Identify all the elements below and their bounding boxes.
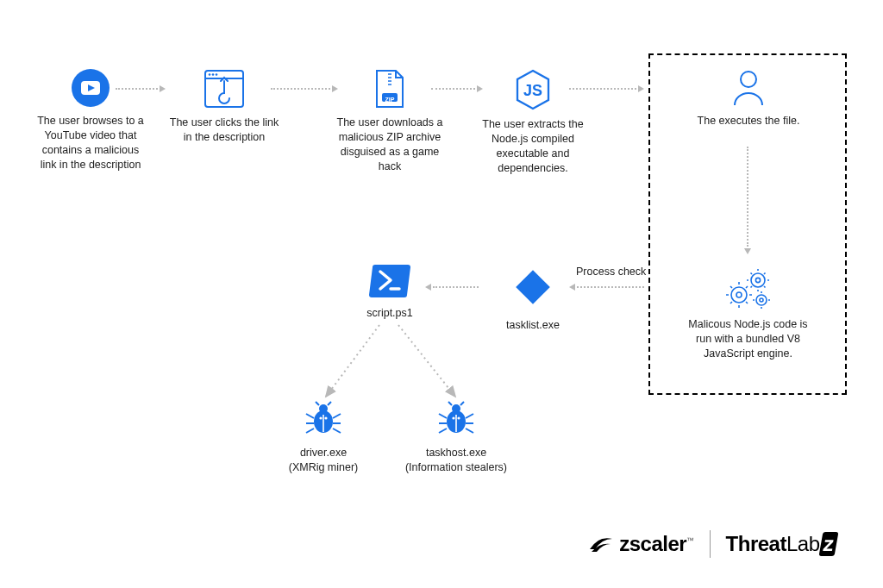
phishing-icon [203,69,246,109]
step-label: Malicous Node.js code is run with a bund… [681,317,815,361]
arrow-zip-to-nodejs [431,84,483,93]
svg-point-26 [452,416,454,419]
powershell-icon [368,263,411,299]
brand-divider [710,530,711,558]
diamond-icon [509,263,557,311]
svg-point-11 [731,287,747,303]
nodejs-icon: JS [514,69,552,110]
arrow-nodejs-to-execute [569,84,644,93]
step-click-link: The user clicks the link in the descript… [168,69,280,145]
threatlabz-logo: ThreatLabz [726,532,836,556]
step-tasklist: tasklist.exe [477,263,589,333]
zip-badge-text: ZIP [385,96,395,103]
arrow-tasklist-to-script [425,283,479,291]
zscaler-logo: zscaler™ [588,532,693,556]
svg-rect-17 [516,270,550,304]
step-label: script.ps1 [366,306,413,321]
step-nodecode-run: Malicous Node.js code is run with a bund… [681,267,815,361]
user-icon [731,69,766,107]
step-label: The user extracts the Node.js compiled e… [477,117,589,176]
step-zip-download: ZIP The user downloads a malicious ZIP a… [334,69,446,174]
step-label: tasklist.exe [506,318,560,333]
svg-point-14 [755,278,760,282]
youtube-icon [72,69,110,107]
process-check-annotation: Process check [576,266,646,278]
bug-icon [436,401,476,439]
svg-point-15 [756,295,767,305]
arrow-nodecode-to-tasklist [569,283,644,291]
taskhost-desc: (Information stealers) [405,460,507,475]
step-execute-file: The executes the file. [692,69,805,128]
arrow-execute-to-nodecode [743,147,752,254]
threat-text: Threat [726,532,786,555]
bug-icon [304,401,343,439]
driver-desc: (XMRig miner) [289,460,359,475]
footer-branding: zscaler™ ThreatLabz [588,530,836,558]
zscaler-text: zscaler [619,532,686,555]
svg-point-21 [319,416,322,419]
step-label: The user browses to a YouTube video that… [34,114,147,172]
svg-point-7 [216,73,218,76]
arrow-youtube-to-click [116,84,166,93]
arrow-script-to-driver [302,321,397,407]
step-label: The executes the file. [698,114,800,128]
step-driver-exe: driver.exe (XMRig miner) [267,401,379,475]
gears-icon [723,267,773,310]
step-script-ps1: script.ps1 [334,263,446,321]
driver-name: driver.exe [300,446,347,460]
svg-point-20 [319,404,328,413]
taskhost-name: taskhost.exe [426,446,486,460]
svg-point-10 [741,72,756,87]
step-taskhost-exe: taskhost.exe (Information stealers) [400,401,512,475]
zscaler-swoosh-icon [588,534,614,554]
step-label: The user clicks the link in the descript… [168,116,280,145]
svg-point-27 [457,416,460,419]
z-badge: z [818,532,837,556]
svg-point-22 [324,416,327,419]
arrow-script-to-taskhost [388,321,483,407]
svg-point-12 [736,292,742,297]
trademark-symbol: ™ [686,536,694,545]
lab-text: Lab [786,532,820,555]
svg-point-13 [751,273,765,287]
svg-point-6 [212,73,215,76]
step-label: The user downloads a malicious ZIP archi… [334,116,446,174]
svg-point-16 [760,298,763,302]
svg-text:JS: JS [523,82,542,99]
svg-point-5 [209,73,211,76]
arrow-click-to-zip [271,84,338,93]
svg-point-25 [452,404,460,413]
